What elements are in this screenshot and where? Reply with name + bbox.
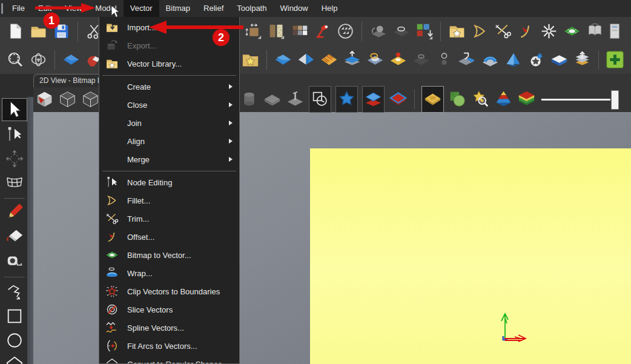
polyline-button[interactable]: [2, 281, 27, 303]
menu-item-convert-to-regular-shapes[interactable]: Convert to Regular Shapes: [99, 355, 239, 364]
smooth-relief-button[interactable]: [274, 48, 292, 71]
raise-relief-button[interactable]: [343, 48, 362, 71]
view-tab[interactable]: 2D View - Bitmap La: [33, 74, 105, 87]
view-cube-button[interactable]: [58, 88, 77, 111]
model-sheet[interactable]: [310, 148, 631, 364]
rectangle-button[interactable]: [2, 305, 27, 327]
blank-icon: [105, 116, 119, 130]
preview-toggle-button[interactable]: [309, 86, 331, 113]
sculpt-ball-button[interactable]: [369, 20, 388, 43]
model-views-button[interactable]: [336, 20, 355, 43]
select-button[interactable]: [2, 98, 27, 121]
offset-button[interactable]: [517, 20, 535, 43]
vector-library-button[interactable]: [448, 20, 466, 43]
panel-partial-button[interactable]: [609, 20, 627, 43]
menu-item-merge[interactable]: Merge: [99, 150, 239, 168]
node-edit-button[interactable]: [2, 124, 27, 145]
model-size-button[interactable]: [244, 20, 263, 43]
material-panels-button[interactable]: [267, 20, 286, 43]
menu-edit[interactable]: Edit: [31, 0, 58, 17]
light-lamp-button[interactable]: [313, 20, 332, 43]
low-relief-button[interactable]: [550, 48, 569, 71]
pyramid-colors-button[interactable]: [494, 88, 513, 111]
extrude-wedge-button[interactable]: [504, 48, 523, 71]
trim-button[interactable]: [494, 20, 512, 43]
panel-resize-strip[interactable]: [27, 97, 33, 364]
menu-help[interactable]: Help: [315, 0, 345, 17]
menu-item-import[interactable]: Import...: [99, 18, 239, 36]
menu-item-close[interactable]: Close: [99, 96, 239, 114]
active-layer-gold-button[interactable]: [421, 86, 444, 113]
relief-book-button[interactable]: [586, 20, 604, 43]
menu-item-join[interactable]: Join: [99, 114, 239, 132]
measure-button[interactable]: [2, 251, 27, 273]
rotate-view-button[interactable]: [29, 48, 48, 71]
menu-vector[interactable]: Vector: [124, 0, 159, 17]
menu-item-create[interactable]: Create: [99, 78, 239, 96]
frame-layer-button[interactable]: [389, 88, 408, 111]
menu-view[interactable]: View: [58, 0, 88, 17]
erase-button[interactable]: [2, 227, 27, 248]
sculpt-star-button[interactable]: [527, 48, 546, 71]
menu-item-clip-vectors-to-boundaries[interactable]: Clip Vectors to Boundaries: [99, 282, 239, 300]
cylinder-tool-button[interactable]: [240, 88, 259, 111]
view-cube-button[interactable]: [81, 88, 100, 111]
menu-item-align[interactable]: Align: [99, 132, 239, 150]
menu-item-slice-vectors[interactable]: Slice Vectors: [99, 300, 239, 319]
subtract-relief-button[interactable]: [412, 48, 431, 71]
paste-relief-button[interactable]: [458, 48, 477, 71]
menu-relief[interactable]: Relief: [197, 0, 230, 17]
view-cube-red-button[interactable]: [35, 88, 54, 111]
menu-item-wrap[interactable]: Wrap...: [99, 264, 239, 282]
bitmap-layers-grid-button[interactable]: [415, 20, 434, 43]
drill-tool-button[interactable]: [286, 88, 305, 111]
heightmap-colors-button[interactable]: [517, 88, 536, 111]
menu-file[interactable]: File: [5, 0, 31, 17]
menu-item-fit-arcs-to-vectors[interactable]: Fit Arcs to Vectors...: [99, 337, 239, 355]
menu-toolpath[interactable]: Toolpath: [230, 0, 273, 17]
menu-item-fillet[interactable]: Fillet...: [99, 191, 239, 210]
toolbar-grip[interactable]: [1, 3, 3, 14]
slab-tool-button[interactable]: [263, 88, 282, 111]
menu-item-export[interactable]: Export...: [99, 36, 239, 55]
zoom-slider[interactable]: [540, 88, 620, 111]
mirror-relief-button[interactable]: [297, 48, 316, 71]
polygon-button[interactable]: [2, 354, 27, 364]
shapes-green-button[interactable]: [448, 88, 467, 111]
menu-item-trim[interactable]: Trim...: [99, 210, 239, 228]
bitmap-to-vector-button[interactable]: [563, 20, 581, 43]
star-vectors-button[interactable]: [335, 86, 358, 113]
menu-bitmap[interactable]: Bitmap: [159, 0, 197, 17]
menu-item-bitmap-to-vector[interactable]: Bitmap to Vector...: [99, 246, 239, 264]
add-layer-button[interactable]: [606, 48, 624, 71]
zoom-slider-thumb[interactable]: [611, 90, 619, 110]
menu-item-spline-vectors[interactable]: Spline Vectors...: [99, 319, 239, 337]
color-palette-button[interactable]: [290, 20, 309, 43]
menu-window[interactable]: Window: [273, 0, 314, 17]
drape-relief-button[interactable]: [481, 48, 500, 71]
ellipse-button[interactable]: [2, 329, 27, 351]
open-file-button[interactable]: [29, 20, 48, 43]
blend-dots-button[interactable]: [435, 48, 454, 71]
paint-button[interactable]: [2, 202, 27, 224]
smooth-diamond-button[interactable]: [62, 48, 81, 71]
zoom-objects-button[interactable]: [6, 48, 25, 71]
new-file-button[interactable]: [6, 20, 25, 43]
menu-item-offset[interactable]: Offset...: [99, 228, 239, 246]
distort-button[interactable]: [2, 172, 27, 194]
relief-layer-ring-button[interactable]: [392, 20, 411, 43]
menu-model[interactable]: Model: [88, 0, 123, 17]
texture-relief-button[interactable]: [320, 48, 339, 71]
stack-layers-button[interactable]: [573, 48, 592, 71]
relief-layers-button[interactable]: [362, 86, 385, 113]
menu-item-vector-library[interactable]: Vector Library...: [99, 55, 239, 73]
save-file-button[interactable]: [52, 20, 71, 43]
menu-item-node-editing[interactable]: Node Editing: [99, 173, 239, 191]
clipart-folder-button[interactable]: [241, 48, 260, 71]
add-relief-button[interactable]: [389, 48, 408, 71]
transform-button[interactable]: [2, 148, 27, 170]
zoom-star-button[interactable]: [471, 88, 490, 111]
fillet-button[interactable]: [471, 20, 489, 43]
emboss-ring-button[interactable]: [366, 48, 385, 71]
texture-flower-button[interactable]: [540, 20, 558, 43]
